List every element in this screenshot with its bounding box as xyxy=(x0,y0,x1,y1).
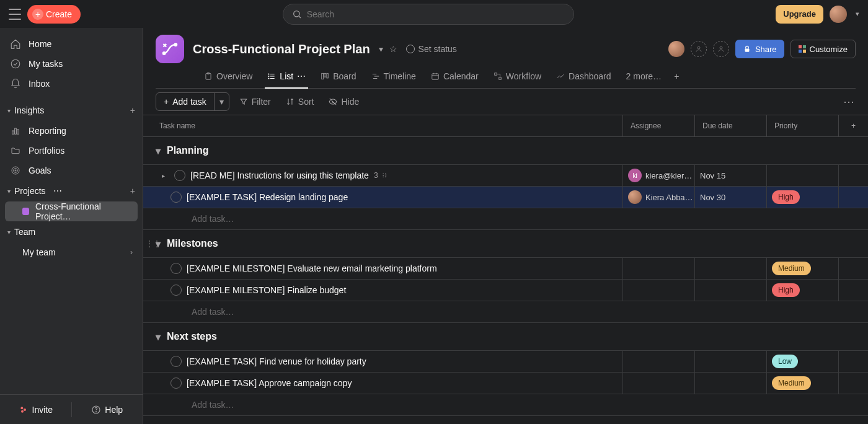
share-button[interactable]: Share xyxy=(735,40,784,58)
cell-priority[interactable]: Medium xyxy=(766,373,838,394)
tab-overview[interactable]: Overview xyxy=(197,64,260,88)
sort-button[interactable]: Sort xyxy=(281,92,319,111)
set-status-button[interactable]: Set status xyxy=(406,44,457,54)
sidebar-section-insights[interactable]: ▾ Insights + xyxy=(0,100,143,121)
invite-button[interactable]: Invite xyxy=(0,405,71,415)
sidebar-item-portfolios[interactable]: Portfolios xyxy=(0,141,143,161)
add-column-button[interactable]: + xyxy=(838,115,868,136)
task-row[interactable]: ▸[READ ME] Instructions for using this t… xyxy=(143,164,868,186)
complete-toggle[interactable] xyxy=(170,356,182,367)
task-row[interactable]: [EXAMPLE TASK] Redesign landing pageKier… xyxy=(143,186,868,208)
cell-due-date[interactable] xyxy=(694,280,766,301)
col-due-date[interactable]: Due date xyxy=(694,115,766,136)
cell-due-date[interactable] xyxy=(694,373,766,394)
cell-assignee[interactable]: Kiera Abba… xyxy=(622,187,694,208)
menu-toggle[interactable] xyxy=(9,9,21,20)
create-button[interactable]: + Create xyxy=(27,5,81,24)
cell-priority[interactable] xyxy=(766,165,838,186)
customize-button[interactable]: Customize xyxy=(790,40,856,58)
complete-toggle[interactable] xyxy=(170,378,182,389)
complete-toggle[interactable] xyxy=(170,263,182,274)
hide-button[interactable]: Hide xyxy=(324,92,364,111)
more-icon[interactable]: ⋯ xyxy=(843,95,856,108)
cell-priority[interactable]: Low xyxy=(766,351,838,372)
sidebar-item-goals[interactable]: Goals xyxy=(0,161,143,180)
tab-more-icon[interactable]: ⋯ xyxy=(297,71,306,81)
section-header[interactable]: ▾Next steps xyxy=(143,323,868,350)
search-input[interactable] xyxy=(307,9,565,19)
chevron-down-icon[interactable]: ▾ xyxy=(156,331,161,343)
col-priority[interactable]: Priority xyxy=(766,115,838,136)
sidebar-item-inbox[interactable]: Inbox xyxy=(0,74,143,94)
cell-assignee[interactable]: kikiera@kiera… xyxy=(622,165,694,186)
tab-label: Timeline xyxy=(384,71,416,81)
cell-assignee[interactable] xyxy=(622,280,694,301)
tab-timeline[interactable]: Timeline xyxy=(364,64,423,88)
help-button[interactable]: Help xyxy=(72,405,143,415)
people-icon xyxy=(19,405,29,415)
add-task-row[interactable]: Add task… xyxy=(143,208,868,229)
sidebar-item-label: Portfolios xyxy=(29,146,64,156)
member-avatar[interactable] xyxy=(668,41,684,57)
cell-priority[interactable]: High xyxy=(766,187,838,208)
task-name: [EXAMPLE MILESTONE] Evaluate new email m… xyxy=(187,263,437,273)
upgrade-button[interactable]: Upgrade xyxy=(776,5,823,24)
tab-workflow[interactable]: Workflow xyxy=(486,64,549,88)
cell-assignee[interactable] xyxy=(622,351,694,372)
chevron-down-icon[interactable]: ▾ xyxy=(856,10,859,18)
sidebar-section-team[interactable]: ▾ Team xyxy=(0,221,143,242)
cell-due-date[interactable] xyxy=(694,258,766,279)
cell-due-date[interactable] xyxy=(694,351,766,372)
complete-toggle[interactable] xyxy=(174,170,185,181)
task-row[interactable]: [EXAMPLE TASK] Find venue for holiday pa… xyxy=(143,350,868,372)
chevron-down-icon[interactable]: ▾ xyxy=(379,44,383,54)
add-member-placeholder[interactable] xyxy=(713,41,729,57)
expand-icon[interactable]: ▸ xyxy=(162,172,169,179)
sidebar-team-item[interactable]: My team › xyxy=(5,242,138,262)
task-row[interactable]: [EXAMPLE TASK] Approve campaign copyMedi… xyxy=(143,372,868,394)
sidebar-project-item[interactable]: Cross-Functional Project… xyxy=(5,201,138,221)
sidebar-item-reporting[interactable]: Reporting xyxy=(0,121,143,141)
sidebar-item-mytasks[interactable]: My tasks xyxy=(0,54,143,74)
more-icon[interactable]: ⋯ xyxy=(53,186,62,196)
tab-more[interactable]: 2 more… xyxy=(619,64,670,88)
filter-button[interactable]: Filter xyxy=(234,92,276,111)
complete-toggle[interactable] xyxy=(170,285,182,296)
cell-priority[interactable]: Medium xyxy=(766,258,838,279)
add-task-row[interactable]: Add task… xyxy=(143,301,868,322)
add-tab-button[interactable]: + xyxy=(669,64,684,88)
cell-priority[interactable]: High xyxy=(766,280,838,301)
add-member-placeholder[interactable] xyxy=(691,41,707,57)
tab-list[interactable]: List⋯ xyxy=(260,64,313,88)
cell-assignee[interactable] xyxy=(622,258,694,279)
sidebar-item-home[interactable]: Home xyxy=(0,34,143,54)
search-input-wrap[interactable] xyxy=(283,4,574,25)
svg-point-11 xyxy=(21,410,24,412)
tab-dashboard[interactable]: Dashboard xyxy=(549,64,619,88)
star-icon[interactable]: ☆ xyxy=(389,44,397,54)
chevron-down-icon[interactable]: ▾ xyxy=(156,145,161,157)
tab-calendar[interactable]: Calendar xyxy=(423,64,486,88)
add-task-button[interactable]: + Add task xyxy=(156,97,214,107)
project-icon xyxy=(156,35,184,63)
add-task-dropdown[interactable]: ▾ xyxy=(215,97,229,107)
chevron-down-icon[interactable]: ▾ xyxy=(156,238,161,250)
cell-assignee[interactable] xyxy=(622,373,694,394)
svg-point-8 xyxy=(15,170,16,171)
user-avatar[interactable] xyxy=(830,6,847,23)
section-header[interactable]: ⋮⋮▾Milestones xyxy=(143,230,868,257)
add-task-row[interactable]: Add task… xyxy=(143,394,868,415)
section-header[interactable]: ▾Planning xyxy=(143,137,868,164)
task-row[interactable]: [EXAMPLE MILESTONE] Evaluate new email m… xyxy=(143,257,868,279)
project-tabs: Overview List⋯ Board Timeline Calendar W… xyxy=(156,64,856,89)
cell-due-date[interactable]: Nov 30 xyxy=(694,187,766,208)
plus-icon[interactable]: + xyxy=(130,105,135,115)
task-row[interactable]: [EXAMPLE MILESTONE] Finalize budgetHigh xyxy=(143,279,868,301)
complete-toggle[interactable] xyxy=(170,192,182,203)
tab-board[interactable]: Board xyxy=(313,64,363,88)
sidebar-section-projects[interactable]: ▾ Projects ⋯ + xyxy=(0,180,143,201)
col-assignee[interactable]: Assignee xyxy=(622,115,694,136)
col-task-name[interactable]: Task name xyxy=(143,115,622,136)
cell-due-date[interactable]: Nov 15 xyxy=(694,165,766,186)
plus-icon[interactable]: + xyxy=(130,186,135,196)
